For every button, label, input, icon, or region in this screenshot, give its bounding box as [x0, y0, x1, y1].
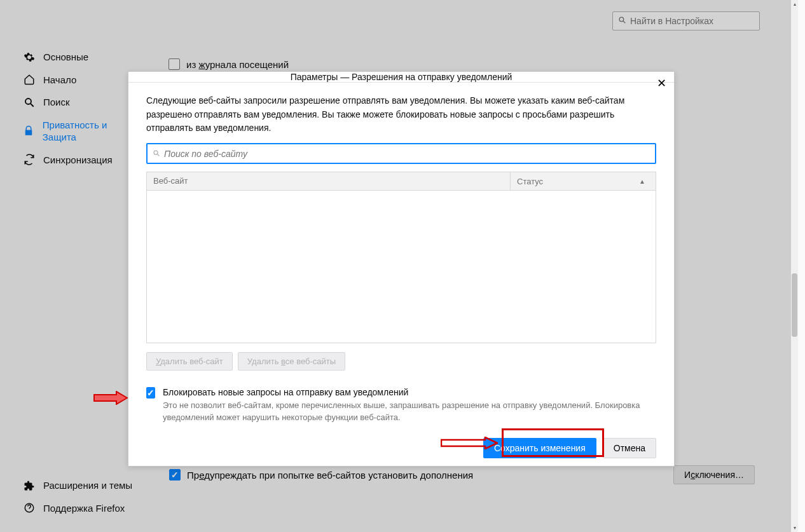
column-status[interactable]: Статус ▲ [511, 172, 656, 190]
website-search-input[interactable] [164, 149, 650, 159]
block-description: Это не позволит веб-сайтам, кроме перечи… [163, 400, 656, 424]
scrollbar[interactable]: ▴ ▾ [791, 0, 798, 532]
block-new-requests-row: Блокировать новые запросы на отправку ва… [146, 387, 656, 424]
dialog-description: Следующие веб-сайты запросили разрешение… [146, 94, 656, 135]
search-icon [153, 149, 160, 159]
remove-buttons-row: Удалить веб-сайт Удалить все веб-сайты [146, 352, 656, 371]
svg-point-5 [154, 151, 158, 154]
sort-arrow-icon: ▲ [639, 178, 645, 185]
dialog-header: Параметры — Разрешения на отправку уведо… [128, 72, 674, 83]
table-body [146, 191, 656, 343]
scroll-up-icon[interactable]: ▴ [792, 1, 797, 7]
block-label: Блокировать новые запросы на отправку ва… [163, 387, 656, 397]
remove-site-button[interactable]: Удалить веб-сайт [146, 352, 233, 371]
column-website[interactable]: Веб-сайт [147, 172, 511, 190]
table-header: Веб-сайт Статус ▲ [146, 172, 656, 191]
dialog-title: Параметры — Разрешения на отправку уведо… [128, 72, 674, 82]
notifications-permissions-dialog: Параметры — Разрешения на отправку уведо… [128, 71, 675, 467]
svg-line-6 [158, 154, 160, 156]
block-checkbox[interactable] [146, 387, 155, 399]
scroll-down-icon[interactable]: ▾ [792, 525, 797, 531]
cancel-button[interactable]: Отмена [603, 438, 656, 458]
dialog-body: Следующие веб-сайты запросили разрешение… [128, 83, 674, 430]
website-search[interactable] [146, 143, 656, 164]
scroll-thumb[interactable] [792, 273, 797, 337]
remove-all-button[interactable]: Удалить все веб-сайты [238, 352, 345, 371]
save-button[interactable]: Сохранить изменения [483, 438, 596, 458]
dialog-footer: Сохранить изменения Отмена [128, 430, 674, 468]
close-icon[interactable]: ✕ [654, 76, 669, 91]
